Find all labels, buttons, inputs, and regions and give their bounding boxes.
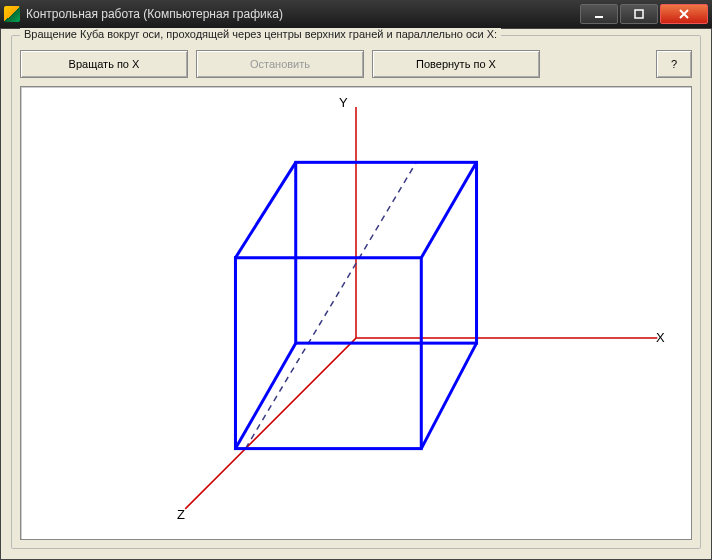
cube-edge-br — [421, 343, 476, 448]
y-axis-label: Y — [339, 95, 348, 110]
cube-edge-tr — [421, 162, 476, 257]
app-icon — [4, 6, 20, 22]
help-button[interactable]: ? — [656, 50, 692, 78]
drawing-canvas: X Y Z — [20, 86, 692, 540]
window-title: Контрольная работа (Компьютерная графика… — [26, 7, 578, 21]
button-row: Вращать по X Остановить Повернуть по X ? — [20, 50, 692, 78]
client-area: Вращение Куба вокруг оси, проходящей чер… — [0, 28, 712, 560]
minimize-button[interactable] — [580, 4, 618, 24]
cube-edge-bl — [235, 343, 295, 448]
maximize-button[interactable] — [620, 4, 658, 24]
z-axis-label: Z — [177, 507, 185, 522]
cube-diagonal — [246, 162, 417, 448]
scene-svg — [21, 87, 691, 539]
rotate-button[interactable]: Вращать по X — [20, 50, 188, 78]
close-icon — [678, 9, 690, 19]
stop-button: Остановить — [196, 50, 364, 78]
app-window: Контрольная работа (Компьютерная графика… — [0, 0, 712, 560]
window-controls — [578, 4, 708, 24]
svg-rect-1 — [635, 10, 643, 18]
cube-edge-tl — [235, 162, 295, 257]
z-axis — [185, 338, 356, 509]
cube-back-face — [296, 162, 477, 343]
maximize-icon — [634, 9, 644, 19]
turn-button[interactable]: Повернуть по X — [372, 50, 540, 78]
titlebar: Контрольная работа (Компьютерная графика… — [0, 0, 712, 28]
rotation-groupbox: Вращение Куба вокруг оси, проходящей чер… — [11, 35, 701, 549]
groupbox-legend: Вращение Куба вокруг оси, проходящей чер… — [20, 28, 501, 40]
minimize-icon — [594, 9, 604, 19]
x-axis-label: X — [656, 330, 665, 345]
close-button[interactable] — [660, 4, 708, 24]
